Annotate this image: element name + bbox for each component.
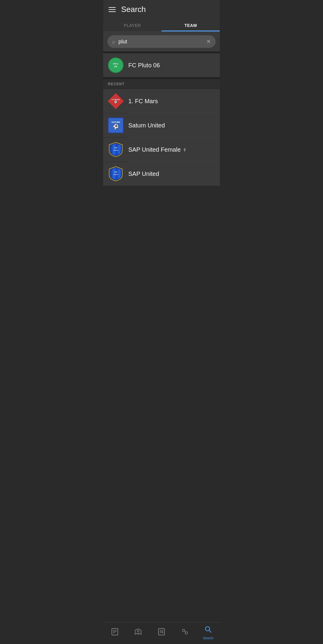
search-container: ⌕ ✕ — [103, 32, 220, 51]
svg-text:UNITED: UNITED — [114, 150, 118, 151]
menu-icon[interactable] — [109, 7, 116, 12]
svg-text:SAP: SAP — [114, 171, 118, 173]
team-name: 1. FC Mars — [128, 98, 158, 105]
tab-player[interactable]: PLAYER — [103, 19, 162, 31]
header: Search — [103, 0, 220, 19]
team-name: Saturn United — [128, 122, 165, 129]
team-logo-sap: SAP UNITED — [108, 166, 124, 182]
bottom-spacer — [103, 186, 220, 210]
team-logo-sap-female: SAP UNITED — [108, 142, 124, 157]
list-item[interactable]: PFC -06- FC Pluto 06 — [103, 53, 220, 77]
svg-text:SAP: SAP — [114, 147, 118, 149]
svg-text:UNITED: UNITED — [114, 174, 118, 175]
list-item[interactable]: SAP UNITED SAP United Female ♀ — [103, 138, 220, 162]
team-name: FC Pluto 06 — [128, 62, 160, 69]
tab-bar: PLAYER TEAM — [103, 19, 220, 32]
search-bar: ⌕ ✕ — [107, 35, 216, 48]
team-logo-mars: FC MARS ⚽ — [108, 93, 124, 109]
search-input[interactable] — [118, 39, 203, 45]
team-name: SAP United Female ♀ — [128, 146, 187, 153]
list-item[interactable]: SAP UNITED SAP United — [103, 162, 220, 186]
recent-section-header: RECENT — [103, 79, 220, 89]
clear-icon[interactable]: ✕ — [206, 38, 211, 45]
team-logo-pluto: PFC -06- — [108, 57, 124, 73]
team-name: SAP United — [128, 170, 159, 177]
team-logo-saturn: SATURN ⚽ — [108, 118, 124, 133]
page-title: Search — [121, 5, 146, 14]
list-item[interactable]: SATURN ⚽ Saturn United — [103, 113, 220, 137]
tab-team[interactable]: TEAM — [162, 19, 220, 31]
search-icon: ⌕ — [112, 39, 115, 45]
list-item[interactable]: FC MARS ⚽ 1. FC Mars — [103, 89, 220, 113]
